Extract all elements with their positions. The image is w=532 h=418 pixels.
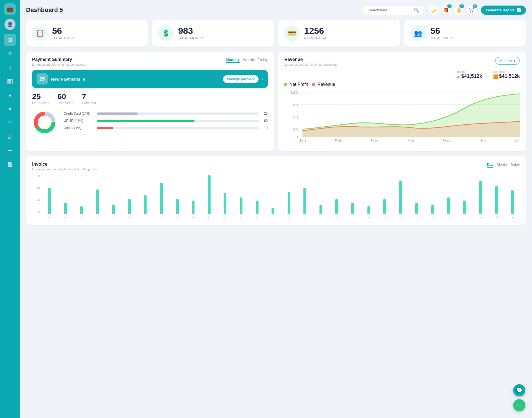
bar: [288, 192, 290, 214]
money-icon: 💲: [158, 25, 174, 41]
net-profit-dot: [284, 83, 287, 86]
gifts-button[interactable]: 🎁 2: [441, 5, 451, 15]
tab-monthly[interactable]: Monthly: [226, 57, 240, 63]
bar: [208, 175, 211, 214]
sidebar-item-info[interactable]: ℹ: [4, 61, 16, 74]
tab-today[interactable]: Today: [258, 57, 268, 63]
bar-column: 20: [345, 175, 360, 219]
theme-toggle-button[interactable]: 🌙: [428, 5, 438, 15]
tab-day[interactable]: Day: [487, 162, 493, 168]
progress-credit-card-label: Credit Card (24%): [64, 112, 94, 116]
invoice-subtitle: Lorem ipsum is simply dummy text of the …: [32, 168, 98, 171]
revenue-title: Revenue: [284, 57, 339, 62]
bar-column: 12: [218, 175, 233, 219]
progress-upi-bar: [97, 120, 259, 122]
tab-today[interactable]: Today: [510, 162, 520, 168]
bar-column: 18: [313, 175, 328, 219]
messages-button[interactable]: 💬 5: [467, 5, 477, 15]
sidebar-item-heart2[interactable]: ♡: [4, 117, 16, 129]
bar-column: 04: [90, 175, 105, 219]
sidebar-item-print[interactable]: 🖨: [4, 131, 16, 143]
y-label-40: 40: [32, 187, 40, 190]
bar-day-label: 23: [399, 216, 402, 219]
bar-column: 17: [298, 175, 313, 219]
expense-item: Expense 🟧 $41,512k: [493, 70, 520, 79]
progress-credit-card-fill: [97, 112, 138, 115]
bar-day-label: 18: [319, 216, 322, 219]
payment-summary-title: Payment Summary: [32, 57, 86, 62]
stat-card-money: 💲 983 TOTAL MONEY: [152, 20, 274, 47]
support-fab[interactable]: 💬: [513, 384, 525, 396]
bar-day-label: 05: [112, 216, 115, 219]
tab-month[interactable]: Month: [497, 162, 507, 168]
sidebar-item-chart[interactable]: 📊: [4, 75, 16, 88]
sidebar-item-list[interactable]: ☰: [4, 145, 16, 157]
income-item: Income ▲ $41,512k: [456, 70, 482, 79]
legend-net-profit: Net Profit: [284, 82, 308, 87]
bar: [335, 199, 338, 214]
stat-payment-label: PAYMENT SALE: [304, 36, 331, 40]
bar: [256, 201, 259, 214]
svg-text:Feb: Feb: [335, 139, 342, 142]
bar: [399, 181, 402, 214]
chart-icon: 📈: [516, 8, 521, 12]
sidebar-item-star[interactable]: ★: [4, 89, 16, 101]
svg-text:Mar: Mar: [371, 139, 379, 142]
bar: [351, 203, 354, 214]
bar-column: 13: [234, 175, 249, 219]
middle-row: Payment Summary Lorem ipsum dolor sit am…: [26, 52, 526, 151]
stat-email-info: 56 TOTAL EMAIL: [52, 26, 75, 40]
invoice-tabs: Day Month Today: [487, 162, 520, 168]
expense-icon: 🟧: [493, 74, 498, 79]
bar-day-label: 13: [240, 216, 242, 219]
chevron-down-icon: ▾: [514, 59, 516, 63]
sidebar-item-dashboard[interactable]: ⊞: [4, 34, 16, 46]
progress-upi-value: 60: [262, 119, 268, 123]
bar: [431, 205, 434, 214]
sidebar: 💼 👤 ⊞ ⚙ ℹ 📊 ★ ♥ ♡ 🖨 ☰ 📄: [0, 0, 20, 418]
generate-report-button[interactable]: Generate Report 📈: [481, 6, 526, 15]
payment-summary-card: Payment Summary Lorem ipsum dolor sit am…: [26, 52, 274, 151]
stat-money-number: 983: [178, 26, 203, 35]
revenue-chart-svg: 120 90 60 30 0 Jan Feb Mar Apr Ma: [284, 89, 520, 145]
bar-day-label: 28: [479, 216, 482, 219]
bar-day-label: 06: [128, 216, 131, 219]
fab-container: 💬 🛒: [513, 384, 525, 411]
search-input[interactable]: [368, 8, 411, 12]
income-label: Income: [456, 70, 482, 73]
bar: [144, 195, 147, 214]
progress-cash-value: 10: [262, 126, 268, 130]
progress-credit-card: Credit Card (24%) 25: [64, 112, 268, 116]
notifications-button[interactable]: 🔔 12: [454, 5, 464, 15]
bar-day-label: 27: [463, 216, 466, 219]
sidebar-item-settings[interactable]: ⚙: [4, 48, 16, 60]
manage-payment-link[interactable]: Manage payment: [223, 75, 259, 83]
bar-column: 16: [282, 175, 296, 219]
stat-payment-number: 1256: [304, 26, 331, 35]
bar-day-label: 19: [335, 216, 338, 219]
search-box: 🔍: [363, 5, 424, 15]
bar: [319, 205, 322, 214]
tab-weekly[interactable]: Weekly: [243, 57, 255, 63]
stat-user-number: 56: [430, 26, 452, 35]
bar: [415, 203, 418, 214]
payment-stats-row: 25 On process 60 Completed 7 Canceled: [32, 92, 268, 105]
cart-fab[interactable]: 🛒: [513, 399, 525, 411]
bar-day-label: 08: [160, 216, 163, 219]
stat-money-label: TOTAL MONEY: [178, 36, 203, 40]
bar: [495, 186, 498, 214]
revenue-monthly-dropdown[interactable]: Monthly ▾: [495, 57, 520, 65]
stat-on-process: 25 On process: [32, 92, 49, 105]
bar: [192, 201, 195, 214]
generate-report-label: Generate Report: [486, 8, 514, 12]
sidebar-logo[interactable]: 💼: [4, 3, 16, 15]
header: Dashboard 5 🔍 🌙 🎁 2 🔔 12 💬 5 Generate Re…: [26, 5, 526, 15]
completed-label: Completed: [57, 101, 73, 105]
y-label-60: 60: [32, 175, 40, 178]
sidebar-item-heart[interactable]: ♥: [4, 103, 16, 115]
sidebar-item-doc[interactable]: 📄: [4, 158, 16, 171]
bar-day-label: 22: [383, 216, 386, 219]
stat-canceled: 7 Canceled: [82, 92, 96, 105]
user-avatar[interactable]: 👤: [4, 19, 16, 30]
svg-text:60: 60: [293, 115, 298, 119]
